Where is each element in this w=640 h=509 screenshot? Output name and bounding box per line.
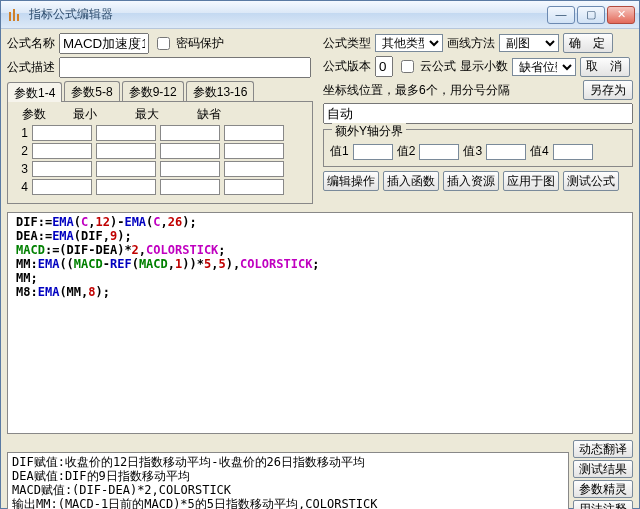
formula-type-select[interactable]: 其他类型: [375, 34, 443, 52]
usage-notes-button[interactable]: 用法注释: [573, 500, 633, 509]
param-max-input[interactable]: [160, 143, 220, 159]
insert-function-button[interactable]: 插入函数: [383, 171, 439, 191]
formula-version-input[interactable]: [375, 56, 393, 77]
close-button[interactable]: ✕: [607, 6, 635, 24]
param-panel: 参数 最小 最大 缺省 1 2 3: [7, 101, 313, 204]
app-window: 指标公式编辑器 — ▢ ✕ 公式名称 密码保护 公式描述 参数1-4 参数5-8…: [0, 0, 640, 509]
tab-params-1-4[interactable]: 参数1-4: [7, 82, 62, 102]
save-as-button[interactable]: 另存为: [583, 80, 633, 100]
label-coord-positions: 坐标线位置，最多6个，用分号分隔: [323, 82, 579, 99]
formula-desc-input[interactable]: [59, 57, 311, 78]
dynamic-translate-button[interactable]: 动态翻译: [573, 440, 633, 458]
label-formula-type: 公式类型: [323, 35, 371, 52]
ok-button[interactable]: 确 定: [563, 33, 613, 53]
tab-params-5-8[interactable]: 参数5-8: [64, 81, 119, 101]
label-val2: 值2: [397, 143, 416, 160]
param-default-input[interactable]: [224, 179, 284, 195]
val2-input[interactable]: [419, 144, 459, 160]
param-default-input[interactable]: [224, 161, 284, 177]
body: 公式名称 密码保护 公式描述 参数1-4 参数5-8 参数9-12 参数13-1…: [1, 29, 639, 208]
param-header-min: 最小: [54, 106, 116, 123]
label-cloud-formula: 云公式: [420, 58, 456, 75]
bottom-frame: DIF赋值:收盘价的12日指数移动平均-收盘价的26日指数移动平均 DEA赋值:…: [7, 440, 633, 509]
insert-resource-button[interactable]: 插入资源: [443, 171, 499, 191]
param-min-input[interactable]: [96, 125, 156, 141]
param-row-num: 2: [14, 144, 28, 158]
window-buttons: — ▢ ✕: [547, 6, 635, 24]
param-max-input[interactable]: [160, 125, 220, 141]
val3-input[interactable]: [486, 144, 526, 160]
label-formula-version: 公式版本: [323, 58, 371, 75]
window-title: 指标公式编辑器: [29, 6, 547, 23]
coord-positions-input[interactable]: [323, 103, 633, 124]
maximize-button[interactable]: ▢: [577, 6, 605, 24]
param-header-param: 参数: [14, 106, 54, 123]
param-name-input[interactable]: [32, 179, 92, 195]
test-formula-button[interactable]: 测试公式: [563, 171, 619, 191]
label-formula-desc: 公式描述: [7, 59, 55, 76]
label-val4: 值4: [530, 143, 549, 160]
formula-name-input[interactable]: [59, 33, 149, 54]
label-draw-method: 画线方法: [447, 35, 495, 52]
action-button-row: 编辑操作 插入函数 插入资源 应用于图 测试公式: [323, 171, 633, 191]
apply-to-chart-button[interactable]: 应用于图: [503, 171, 559, 191]
tab-params-13-16[interactable]: 参数13-16: [186, 81, 255, 101]
param-row: 4: [14, 179, 306, 195]
draw-method-select[interactable]: 副图: [499, 34, 559, 52]
side-buttons: 动态翻译 测试结果 参数精灵 用法注释: [573, 440, 633, 509]
param-name-input[interactable]: [32, 143, 92, 159]
right-panel: 公式类型 其他类型 画线方法 副图 确 定 公式版本 云公式 显示小数 缺省位数…: [323, 33, 633, 191]
show-decimals-select[interactable]: 缺省位数: [512, 58, 576, 76]
label-password-protect: 密码保护: [176, 35, 224, 52]
label-val3: 值3: [463, 143, 482, 160]
label-show-decimals: 显示小数: [460, 58, 508, 75]
param-wizard-button[interactable]: 参数精灵: [573, 480, 633, 498]
param-header-default: 缺省: [178, 106, 240, 123]
code-editor[interactable]: DIF:=EMA(C,12)-EMA(C,26); DEA:=EMA(DIF,9…: [7, 212, 633, 434]
svg-rect-2: [17, 14, 19, 21]
label-val1: 值1: [330, 143, 349, 160]
param-row: 2: [14, 143, 306, 159]
param-default-input[interactable]: [224, 125, 284, 141]
svg-rect-0: [9, 12, 11, 21]
param-name-input[interactable]: [32, 161, 92, 177]
param-row: 3: [14, 161, 306, 177]
param-headers: 参数 最小 最大 缺省: [14, 106, 306, 123]
val4-input[interactable]: [553, 144, 593, 160]
param-min-input[interactable]: [96, 161, 156, 177]
param-max-input[interactable]: [160, 179, 220, 195]
app-icon: [7, 7, 23, 23]
edit-op-button[interactable]: 编辑操作: [323, 171, 379, 191]
password-protect-checkbox[interactable]: [157, 37, 170, 50]
param-row-num: 4: [14, 180, 28, 194]
val1-input[interactable]: [353, 144, 393, 160]
test-result-button[interactable]: 测试结果: [573, 460, 633, 478]
param-header-max: 最大: [116, 106, 178, 123]
label-formula-name: 公式名称: [7, 35, 55, 52]
param-max-input[interactable]: [160, 161, 220, 177]
cloud-formula-checkbox[interactable]: [401, 60, 414, 73]
param-min-input[interactable]: [96, 179, 156, 195]
param-name-input[interactable]: [32, 125, 92, 141]
param-row: 1: [14, 125, 306, 141]
titlebar: 指标公式编辑器 — ▢ ✕: [1, 1, 639, 29]
description-output[interactable]: DIF赋值:收盘价的12日指数移动平均-收盘价的26日指数移动平均 DEA赋值:…: [7, 452, 569, 509]
extra-y-fieldset: 额外Y轴分界 值1 值2 值3 值4: [323, 129, 633, 167]
minimize-button[interactable]: —: [547, 6, 575, 24]
param-row-num: 3: [14, 162, 28, 176]
param-min-input[interactable]: [96, 143, 156, 159]
tab-params-9-12[interactable]: 参数9-12: [122, 81, 184, 101]
label-extra-y: 额外Y轴分界: [332, 123, 406, 140]
param-row-num: 1: [14, 126, 28, 140]
svg-rect-1: [13, 9, 15, 21]
cancel-button[interactable]: 取 消: [580, 57, 630, 77]
param-default-input[interactable]: [224, 143, 284, 159]
